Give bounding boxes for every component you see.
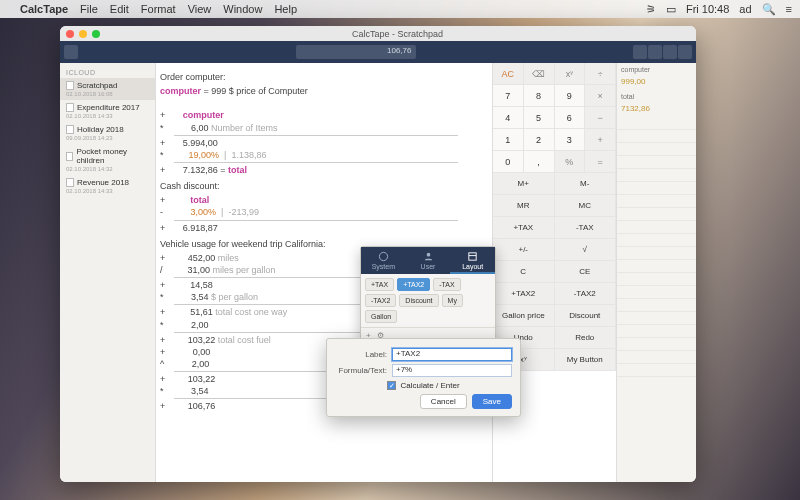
- sidebar-toggle-button[interactable]: [64, 45, 78, 59]
- sidebar-item-pocket-money[interactable]: Pocket money children 02.10.2018 14:32: [60, 144, 155, 175]
- window-title: CalcTape - Scratchpad: [105, 29, 690, 39]
- clock[interactable]: Fri 10:48: [686, 3, 729, 15]
- chip-minus-tax2[interactable]: -TAX2: [365, 294, 396, 307]
- chip-plus-tax2[interactable]: +TAX2: [397, 278, 430, 291]
- sidebar-section: ICLOUD: [60, 67, 155, 78]
- key-mplus[interactable]: M+: [493, 173, 555, 195]
- key-sqrt[interactable]: √: [555, 239, 617, 261]
- cancel-button[interactable]: Cancel: [420, 394, 467, 409]
- document-icon: [66, 178, 74, 187]
- key-decimal[interactable]: ,: [524, 151, 555, 173]
- key-divide[interactable]: ÷: [585, 63, 616, 85]
- key-discount[interactable]: Discount: [555, 305, 617, 327]
- key-redo[interactable]: Redo: [555, 327, 617, 349]
- sidebar-item-scratchpad[interactable]: Scratchpad 02.10.2018 16:08: [60, 78, 155, 100]
- user-label[interactable]: ad: [739, 3, 751, 15]
- key-5[interactable]: 5: [524, 107, 555, 129]
- key-6[interactable]: 6: [555, 107, 586, 129]
- formula-field-label: Formula/Text:: [335, 366, 387, 375]
- key-minus-tax[interactable]: -TAX: [555, 217, 617, 239]
- key-ce[interactable]: CE: [555, 261, 617, 283]
- menu-format[interactable]: Format: [141, 3, 176, 15]
- key-plus-tax[interactable]: +TAX: [493, 217, 555, 239]
- document-icon: [66, 152, 73, 161]
- result-display: 106,76: [296, 45, 416, 59]
- panel-tab-layout[interactable]: Layout: [450, 247, 495, 274]
- key-ac[interactable]: AC: [493, 63, 524, 85]
- key-percent[interactable]: %: [555, 151, 586, 173]
- key-9[interactable]: 9: [555, 85, 586, 107]
- search-icon[interactable]: 🔍: [762, 3, 776, 16]
- sidebar: ICLOUD Scratchpad 02.10.2018 16:08 Expen…: [60, 63, 156, 482]
- menu-window[interactable]: Window: [223, 3, 262, 15]
- svg-point-1: [426, 253, 430, 257]
- key-minus[interactable]: −: [585, 107, 616, 129]
- toolbar-button-c[interactable]: [663, 45, 677, 59]
- key-0[interactable]: 0: [493, 151, 524, 173]
- svg-rect-2: [469, 253, 476, 260]
- document-icon: [66, 125, 74, 134]
- key-equals[interactable]: =: [585, 151, 616, 173]
- key-multiply[interactable]: ×: [585, 85, 616, 107]
- key-my-button[interactable]: My Button: [555, 349, 617, 371]
- key-mc[interactable]: MC: [555, 195, 617, 217]
- sidebar-item-expenditure[interactable]: Expenditure 2017 02.10.2018 14:33: [60, 100, 155, 122]
- toolbar-button-b[interactable]: [648, 45, 662, 59]
- battery-icon[interactable]: ▭: [666, 3, 676, 16]
- zoom-icon[interactable]: [92, 30, 100, 38]
- section-title: Order computer:: [160, 71, 486, 83]
- calculate-checkbox[interactable]: ✓: [387, 381, 396, 390]
- panel-tab-user[interactable]: User: [406, 247, 451, 274]
- chip-my[interactable]: My: [442, 294, 463, 307]
- menu-help[interactable]: Help: [274, 3, 297, 15]
- variable-value: 999,00: [617, 76, 696, 90]
- key-4[interactable]: 4: [493, 107, 524, 129]
- chip-discount[interactable]: Discount: [399, 294, 438, 307]
- key-plus[interactable]: +: [585, 129, 616, 151]
- variable-name: total: [617, 90, 696, 103]
- key-8[interactable]: 8: [524, 85, 555, 107]
- menu-file[interactable]: File: [80, 3, 98, 15]
- key-2[interactable]: 2: [524, 129, 555, 151]
- sidebar-item-holiday[interactable]: Holiday 2018 09.09.2018 14:23: [60, 122, 155, 144]
- toolbar-button-a[interactable]: [633, 45, 647, 59]
- formula-input[interactable]: +7%: [392, 364, 512, 377]
- menu-view[interactable]: View: [188, 3, 212, 15]
- toolbar-button-d[interactable]: [678, 45, 692, 59]
- save-button[interactable]: Save: [472, 394, 512, 409]
- key-plus-tax2[interactable]: +TAX2: [493, 283, 555, 305]
- variable-value: 7132,86: [617, 103, 696, 117]
- key-negate[interactable]: +/-: [493, 239, 555, 261]
- toolbar: 106,76: [60, 41, 696, 63]
- chip-plus-tax[interactable]: +TAX: [365, 278, 394, 291]
- menu-extra-icon[interactable]: ≡: [786, 3, 792, 15]
- key-gallon-price[interactable]: Gallon price: [493, 305, 555, 327]
- chip-minus-tax[interactable]: -TAX: [433, 278, 460, 291]
- titlebar: CalcTape - Scratchpad: [60, 26, 696, 41]
- calculate-label: Calculate / Enter: [400, 381, 459, 390]
- app-window: CalcTape - Scratchpad 106,76 ICLOUD Scra…: [60, 26, 696, 482]
- key-minus-tax2[interactable]: -TAX2: [555, 283, 617, 305]
- key-mr[interactable]: MR: [493, 195, 555, 217]
- key-power[interactable]: xʸ: [555, 63, 586, 85]
- edit-button-dialog: Label: +TAX2 Formula/Text: +7% ✓ Calcula…: [326, 338, 521, 417]
- sidebar-item-revenue[interactable]: Revenue 2018 02.10.2018 14:33: [60, 175, 155, 197]
- menu-edit[interactable]: Edit: [110, 3, 129, 15]
- key-mminus[interactable]: M-: [555, 173, 617, 195]
- key-7[interactable]: 7: [493, 85, 524, 107]
- key-backspace[interactable]: ⌫: [524, 63, 555, 85]
- minimize-icon[interactable]: [79, 30, 87, 38]
- key-3[interactable]: 3: [555, 129, 586, 151]
- close-icon[interactable]: [66, 30, 74, 38]
- keypad: AC ⌫ xʸ ÷ 7 8 9 × 4 5 6 − 1 2 3 + 0 , % …: [492, 63, 616, 482]
- svg-point-0: [379, 252, 387, 260]
- label-input[interactable]: +TAX2: [392, 348, 512, 361]
- key-1[interactable]: 1: [493, 129, 524, 151]
- chip-gallon[interactable]: Gallon: [365, 310, 397, 323]
- app-name[interactable]: CalcTape: [20, 3, 68, 15]
- panel-tab-system[interactable]: System: [361, 247, 406, 274]
- key-c[interactable]: C: [493, 261, 555, 283]
- variable-name: computer: [617, 63, 696, 76]
- wifi-icon[interactable]: ⚞: [646, 3, 656, 16]
- label-field-label: Label:: [335, 350, 387, 359]
